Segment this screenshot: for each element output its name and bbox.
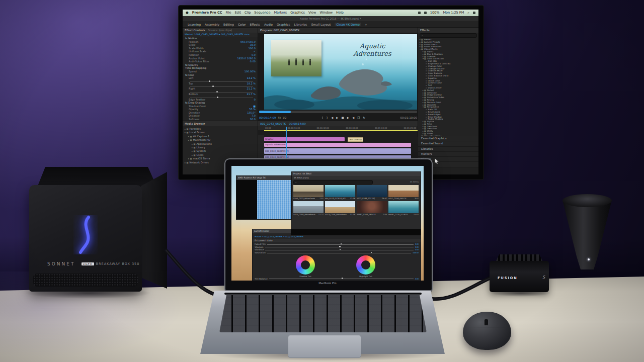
clip-item[interactable]: MW81_C046_0604TK7:04 xyxy=(357,201,387,216)
macbook-pro-label: MacBook Pro xyxy=(231,282,424,285)
clip-item[interactable]: 0346_C023_WhiteSands7:51 xyxy=(293,185,324,200)
fusion-sonnet-s-logo: S xyxy=(542,275,545,280)
macbook-screen: AMD Radeon RX Vega 56 Project: 4K BRoll … xyxy=(231,166,424,281)
project-search-input[interactable]: ⌕ xyxy=(293,180,373,185)
fusion-device: FUSION S xyxy=(490,261,549,292)
clip-thumbnail xyxy=(388,201,419,213)
lumetri-master-clip: Master * 002_C043_0609TK * 002_C043_0609… xyxy=(253,235,421,238)
slider-saturation[interactable]: Saturation100.0 xyxy=(253,251,421,254)
project-breadcrumb[interactable]: 4K BRoll.prproj xyxy=(292,176,421,179)
tab-project[interactable]: Project: 4K BRoll xyxy=(293,172,311,175)
clip-item[interactable]: A015_C080_WhiteRanch11:27 xyxy=(293,201,324,216)
mouse[interactable] xyxy=(463,312,511,350)
clip-thumbnail xyxy=(325,201,355,213)
macbook-keyboard[interactable] xyxy=(219,295,427,332)
highlight-tint-wheel[interactable] xyxy=(356,255,375,275)
macbook-touch-bar[interactable] xyxy=(224,293,422,295)
clip-thumbnail xyxy=(357,201,387,213)
project-clip-grid: 0346_C023_WhiteSands7:51 MVI_0113_012618… xyxy=(293,185,419,216)
clip-thumbnail xyxy=(293,201,324,213)
clip-item[interactable]: A017_C056_0901TK3:07 xyxy=(388,185,419,200)
clip-item[interactable]: A013_C046_WhitePeaks31:08 xyxy=(325,201,355,216)
tab-lumetri-color[interactable]: Lumetri Color xyxy=(254,230,269,232)
mouse-scroll-wheel[interactable] xyxy=(484,319,489,326)
clip-thumbnail xyxy=(357,185,387,197)
project-item-count: 14 items xyxy=(410,180,419,183)
clip-thumbnail xyxy=(388,185,419,197)
filmstrip-selected-frame[interactable] xyxy=(313,230,330,235)
lumetri-fx-header[interactable]: fx Lumetri Color xyxy=(253,239,421,242)
clip-thumbnail xyxy=(293,185,324,197)
lumetri-color-panel: Lumetri Color Master * 002_C043_0609TK *… xyxy=(253,229,421,281)
project-panel: Project: 4K BRoll 4K BRoll.prproj ⌕ 14 i… xyxy=(292,172,421,234)
fusion-label: FUSION xyxy=(498,276,518,280)
gpu-graph-idle-area xyxy=(236,180,257,219)
macbook-trackpad[interactable] xyxy=(288,335,361,358)
shadow-tint-wheel[interactable] xyxy=(296,255,315,275)
tint-balance-slider[interactable]: Tint Balance0.0 xyxy=(253,277,421,280)
mouse-button-seam xyxy=(468,327,506,327)
gpu-monitor-window[interactable]: AMD Radeon RX Vega 56 xyxy=(236,176,291,219)
clip-item[interactable]: MW87_C135_0716CB15:02 xyxy=(388,201,419,216)
clip-item[interactable]: MVI_0113_012618_WS12:06 xyxy=(325,185,355,200)
desk-scene: ● Premiere Pro CC File Edit Clip Sequenc… xyxy=(0,0,644,362)
clip-item[interactable]: A023_C086_0217PQ29:47 xyxy=(357,185,387,200)
clip-thumbnail xyxy=(325,185,355,197)
sequence-filmstrip xyxy=(291,229,421,235)
gpu-window-title: AMD Radeon RX Vega 56 xyxy=(236,176,291,180)
gpu-activity-grid xyxy=(257,180,291,219)
